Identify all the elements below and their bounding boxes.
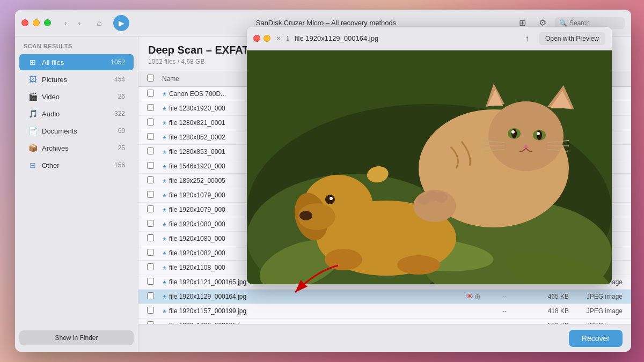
select-all-checkbox[interactable] (147, 75, 154, 82)
open-with-preview-label: Open with Preview (545, 35, 599, 42)
open-with-preview-button[interactable]: Open with Preview (539, 32, 605, 45)
row-checkbox[interactable] (147, 307, 154, 314)
back-button[interactable]: ‹ (60, 17, 71, 29)
table-row-selected[interactable]: ★ file 1920x1129_000164.jpg 👁 ⊕ -- 465 K… (138, 290, 631, 304)
row-checkbox[interactable] (147, 234, 154, 241)
other-icon: ⊟ (28, 161, 38, 169)
search-icon: 🔍 (559, 19, 567, 27)
documents-icon: 📄 (28, 127, 38, 135)
table-row[interactable]: ★ file 1920x1157_000199.jpg -- 418 KB JP… (138, 304, 631, 319)
file-size: 465 KB (526, 293, 569, 300)
row-checkbox[interactable] (147, 104, 154, 111)
close-button[interactable] (21, 19, 28, 26)
plus-icon: ⊕ (474, 292, 481, 301)
video-icon: 🎬 (28, 92, 38, 101)
bottom-bar: Recover (138, 324, 631, 352)
svg-rect-40 (247, 50, 612, 284)
preview-filename: file 1920x1129_000164.jpg (295, 34, 378, 42)
archives-icon: 📦 (28, 144, 38, 152)
file-star-icon: ★ (162, 106, 167, 112)
sidebar-label: Archives (42, 144, 114, 152)
sidebar-item-pictures[interactable]: 🖼 Pictures 454 (19, 71, 134, 87)
home-button[interactable]: ⌂ (92, 16, 107, 31)
file-star-icon: ★ (162, 207, 167, 213)
show-in-finder-button[interactable]: Show in Finder (19, 330, 134, 345)
sidebar-item-video[interactable]: 🎬 Video 26 (19, 88, 134, 105)
file-star-icon: ★ (162, 120, 167, 126)
sidebar-count: 322 (114, 110, 125, 117)
sidebar-item-other[interactable]: ⊟ Other 156 (19, 157, 134, 173)
sidebar-count: 1052 (111, 58, 125, 66)
recover-button[interactable]: Recover (569, 330, 623, 347)
row-checkbox[interactable] (147, 176, 154, 183)
row-checkbox[interactable] (147, 278, 154, 285)
file-star-icon: ★ (162, 149, 167, 155)
sidebar-label: Pictures (42, 76, 110, 84)
file-type: JPEG image (569, 293, 623, 300)
sidebar-header: Scan results (15, 36, 138, 54)
row-checkbox[interactable] (147, 263, 154, 270)
recovery-icon: ▶ (113, 15, 129, 31)
preview-minimize-button[interactable] (264, 35, 270, 42)
preview-window: ✕ ℹ file 1920x1129_000164.jpg ↑ Open wit… (247, 27, 612, 284)
sidebar-item-all-files[interactable]: ⊞ All files 1052 (19, 54, 134, 70)
nav-buttons: ‹ › (60, 17, 85, 29)
row-checkbox[interactable] (147, 220, 154, 227)
file-star-icon: ★ (162, 135, 167, 141)
file-star-icon: ★ (162, 236, 167, 242)
file-star-icon: ★ (162, 221, 167, 227)
file-date: -- (483, 293, 526, 300)
sidebar-count: 69 (118, 127, 125, 135)
file-date: -- (483, 307, 526, 315)
maximize-button[interactable] (44, 19, 51, 26)
file-star-icon: ★ (162, 250, 167, 256)
audio-icon: 🎵 (28, 109, 38, 118)
row-checkbox[interactable] (147, 119, 154, 125)
file-star-icon: ★ (162, 308, 167, 314)
sidebar-item-audio[interactable]: 🎵 Audio 322 (19, 106, 134, 122)
forward-button[interactable]: › (74, 17, 85, 29)
table-row[interactable]: ★ file 1920x1200_000185.jpg -- 556 KB JP… (138, 319, 631, 324)
file-star-icon: ★ (162, 164, 167, 169)
file-size: 418 KB (526, 307, 569, 315)
row-checkbox[interactable] (147, 133, 154, 140)
sidebar-item-documents[interactable]: 📄 Documents 69 (19, 123, 134, 139)
minimize-button[interactable] (33, 19, 40, 26)
pictures-icon: 🖼 (28, 75, 38, 84)
row-checkbox[interactable] (147, 90, 154, 97)
sidebar-count: 25 (118, 144, 125, 152)
search-input[interactable] (569, 19, 620, 27)
preview-close-button[interactable] (253, 35, 260, 42)
preview-close-buttons (253, 35, 270, 42)
file-name: file 1920x1129_000164.jpg (169, 293, 466, 300)
share-button[interactable]: ↑ (525, 34, 529, 43)
error-icon: ✕ (276, 35, 281, 42)
preview-title: file 1920x1129_000164.jpg (295, 34, 519, 42)
row-checkbox[interactable] (147, 205, 154, 212)
file-star-icon: ★ (162, 265, 167, 271)
row-checkbox[interactable] (147, 162, 154, 169)
preview-titlebar: ✕ ℹ file 1920x1129_000164.jpg ↑ Open wit… (247, 27, 612, 50)
sidebar-label: Video (42, 93, 114, 101)
file-star-icon: ★ (162, 91, 167, 97)
row-checkbox[interactable] (147, 292, 154, 299)
sidebar-label: Documents (42, 127, 114, 135)
file-name: file 1920x1157_000199.jpg (169, 307, 483, 315)
info-icon: ℹ (287, 35, 289, 42)
file-star-icon: ★ (162, 178, 167, 184)
eye-icon: 👁 (466, 292, 473, 301)
row-checkbox[interactable] (147, 191, 154, 198)
sidebar-count: 26 (118, 93, 125, 100)
preview-image (247, 50, 612, 284)
window-title: SanDisk Cruzer Micro – All recovery meth… (138, 19, 514, 27)
all-files-icon: ⊞ (28, 58, 38, 67)
file-type: JPEG image (569, 307, 623, 315)
sidebar: Scan results ⊞ All files 1052 🖼 Pictures… (15, 36, 138, 352)
row-checkbox[interactable] (147, 147, 154, 154)
preview-svg (247, 50, 612, 284)
sidebar-footer: Show in Finder (15, 324, 138, 352)
sidebar-label: All files (42, 58, 106, 67)
row-checkbox[interactable] (147, 249, 154, 256)
file-star-icon: ★ (162, 279, 167, 285)
sidebar-item-archives[interactable]: 📦 Archives 25 (19, 140, 134, 156)
